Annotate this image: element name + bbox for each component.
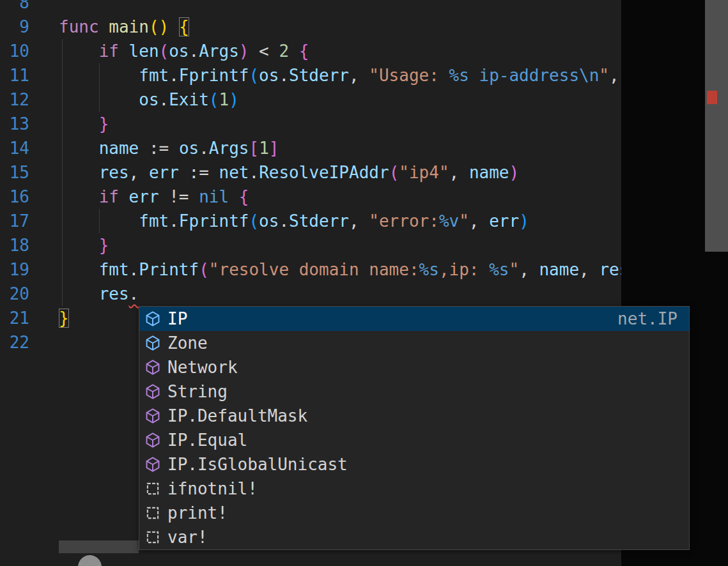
code-token: , <box>579 260 599 279</box>
suggestion-label: var! <box>167 525 208 549</box>
code-token: := <box>149 139 169 158</box>
code-token: name <box>539 260 579 279</box>
code-token <box>59 114 99 134</box>
suggestion-item[interactable]: var! <box>139 525 689 549</box>
suggestion-label: IP <box>167 307 187 331</box>
code-token <box>189 187 199 206</box>
line-number: 8 <box>0 0 29 15</box>
line-number: 9 <box>0 15 29 39</box>
code-token: , <box>449 163 469 182</box>
code-line: res, err := net.ResolveIPAddr("ip4", nam… <box>29 160 519 185</box>
code-token: ip-address <box>469 66 579 85</box>
code-line: name := os.Args[1] <box>29 136 279 160</box>
code-token: err <box>489 211 519 231</box>
suggestion-item[interactable]: Zone <box>139 331 689 355</box>
code-token: "Usage: <box>369 66 449 85</box>
suggestion-label: ifnotnil! <box>167 477 258 501</box>
code-token: nil <box>199 187 229 206</box>
code-token: Stderr <box>289 211 349 231</box>
code-token: name <box>99 139 139 158</box>
code-token: . <box>169 66 179 85</box>
line-number: 16 <box>0 185 29 209</box>
code-token: Args <box>209 139 249 158</box>
suggestion-label: IP.Equal <box>167 428 247 452</box>
code-row[interactable]: 9func main() { <box>0 15 621 39</box>
code-token: " <box>509 260 519 279</box>
code-token: ) <box>159 17 169 36</box>
code-row[interactable]: 11 fmt.Fprintf(os.Stderr, "Usage: %s ip-… <box>0 63 621 88</box>
code-token: "ip4" <box>399 163 449 182</box>
code-token: main <box>109 17 149 36</box>
code-token <box>59 66 139 85</box>
code-token: if <box>99 42 119 61</box>
code-token <box>59 90 139 109</box>
code-token: " <box>459 211 469 231</box>
suggestion-item[interactable]: print! <box>139 501 689 525</box>
code-token: , <box>349 211 369 231</box>
code-row[interactable]: 13 } <box>0 112 621 136</box>
code-token: ,ip: <box>439 260 489 279</box>
code-line <box>29 330 59 355</box>
code-token: ] <box>269 139 279 158</box>
snippet-icon <box>144 529 167 546</box>
code-token: . <box>199 139 209 158</box>
code-token <box>179 163 189 182</box>
code-line: func main() { <box>29 15 189 39</box>
code-token <box>59 211 139 231</box>
suggestion-item[interactable]: Network <box>139 355 689 379</box>
code-token: ( <box>389 163 399 182</box>
method-icon <box>144 383 167 400</box>
code-line: } <box>29 112 109 136</box>
code-token <box>59 260 99 279</box>
code-token <box>59 187 99 206</box>
suggestion-item[interactable]: ifnotnil! <box>139 477 689 501</box>
field-icon <box>144 335 167 351</box>
horizontal-scrollbar-thumb[interactable] <box>59 540 139 553</box>
code-row[interactable]: 19 fmt.Printf("resolve domain name:%s,ip… <box>0 257 621 282</box>
code-token <box>99 17 109 36</box>
code-row[interactable]: 10 if len(os.Args) < 2 { <box>0 39 621 63</box>
code-token: res <box>99 284 129 303</box>
code-row[interactable]: 17 fmt.Fprintf(os.Stderr, "error:%v", er… <box>0 209 621 233</box>
code-token: os <box>139 90 159 109</box>
code-token: ( <box>149 17 159 36</box>
suggestion-item[interactable]: String <box>139 379 689 404</box>
code-token: ( <box>209 90 219 109</box>
code-row[interactable]: 16 if err != nil { <box>0 185 621 209</box>
suggestion-item[interactable]: IP.Equal <box>139 428 689 452</box>
code-token: Fprintf <box>179 211 249 231</box>
suggestion-detail: net.IP <box>617 307 678 331</box>
code-row[interactable]: 18 } <box>0 233 621 257</box>
suggestion-item[interactable]: IP.DefaultMask <box>139 404 689 428</box>
code-line: fmt.Fprintf(os.Stderr, "error:%v", err) <box>29 209 529 233</box>
code-row[interactable]: 12 os.Exit(1) <box>0 88 621 112</box>
code-token: ) <box>239 42 249 61</box>
line-number: 15 <box>0 160 29 185</box>
code-line: os.Exit(1) <box>29 88 239 112</box>
code-token: . <box>279 211 289 231</box>
line-number: 12 <box>0 88 29 112</box>
code-token: ( <box>249 211 259 231</box>
suggestion-item[interactable]: IPnet.IP <box>139 307 689 331</box>
code-token <box>59 236 99 255</box>
suggestion-label: IP.DefaultMask <box>167 404 307 428</box>
line-number: 20 <box>0 282 29 306</box>
code-token: %s <box>419 260 439 279</box>
method-icon <box>144 408 167 424</box>
code-token <box>169 17 179 36</box>
code-line: } <box>29 306 69 330</box>
code-row[interactable]: 15 res, err := net.ResolveIPAddr("ip4", … <box>0 160 621 185</box>
code-token: . <box>159 90 169 109</box>
code-token: err <box>149 163 179 182</box>
field-icon <box>144 310 167 327</box>
code-token: } <box>99 236 109 255</box>
code-token <box>119 187 129 206</box>
vertical-scrollbar-thumb[interactable] <box>705 0 728 252</box>
code-row[interactable]: 20 res. <box>0 282 621 306</box>
code-row[interactable]: 14 name := os.Args[1] <box>0 136 621 160</box>
code-token: != <box>169 187 189 206</box>
suggestion-item[interactable]: IP.IsGlobalUnicast <box>139 452 689 477</box>
code-row[interactable]: 8 <box>0 0 621 15</box>
code-token: Printf <box>139 260 199 279</box>
code-token <box>59 42 99 61</box>
